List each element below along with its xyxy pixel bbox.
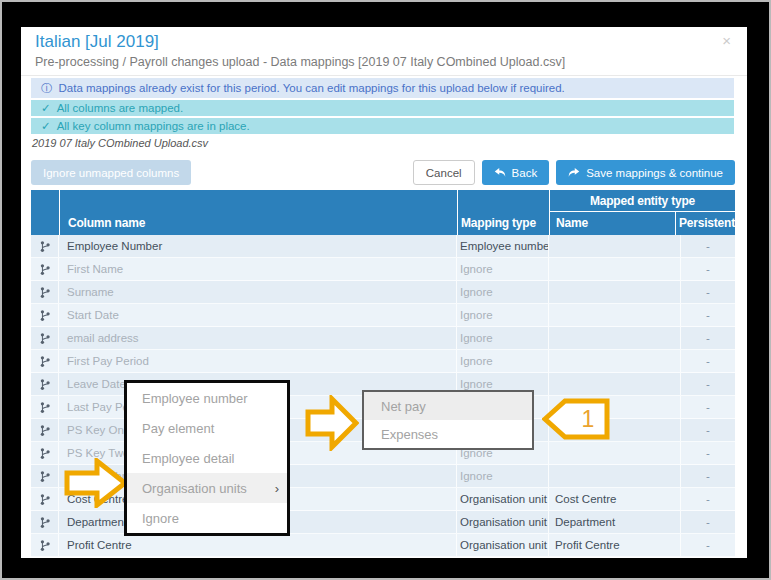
- persistent-cell: -: [681, 373, 735, 395]
- modal-subtitle: Pre-processing / Payroll changes upload …: [35, 55, 565, 69]
- row-icon-cell: [31, 235, 59, 257]
- mapping-type-cell[interactable]: Organisation unit: [457, 488, 549, 510]
- row-icon-cell: [31, 373, 59, 395]
- column-name-cell: Surname: [59, 281, 457, 303]
- branch-mapping-icon: [39, 493, 51, 506]
- submenu-item-label: Expenses: [381, 427, 438, 442]
- mapping-type-dropdown-menu: Employee number › Pay element › Employee…: [124, 380, 290, 536]
- row-icon-cell: [31, 442, 59, 464]
- save-button-label: Save mappings & continue: [586, 167, 723, 179]
- mapping-type-cell[interactable]: Ignore: [457, 327, 549, 349]
- menu-item-label: Pay element: [142, 421, 214, 436]
- mapping-type-cell[interactable]: Ignore: [457, 350, 549, 372]
- mapping-type-cell[interactable]: Ignore: [457, 281, 549, 303]
- persistent-cell: -: [681, 327, 735, 349]
- action-bar: Ignore unmapped columns Cancel Back Save…: [31, 160, 735, 185]
- modal-title: Italian [Jul 2019]: [35, 32, 159, 52]
- table-row[interactable]: Profit Centre Organisation unit Profit C…: [31, 534, 735, 557]
- row-icon-cell: [31, 396, 59, 418]
- mapped-name-cell: [549, 258, 681, 280]
- ignore-unmapped-columns-button[interactable]: Ignore unmapped columns: [31, 160, 191, 185]
- table-row[interactable]: Surname Ignore -: [31, 281, 735, 304]
- mapped-name-cell: Department: [549, 511, 681, 533]
- branch-mapping-icon: [39, 424, 51, 437]
- persistent-header: Persistent: [675, 212, 735, 235]
- persistent-cell: -: [681, 419, 735, 441]
- organisation-units-submenu: Net pay Expenses: [362, 390, 534, 450]
- success-banner-text: All key column mappings are in place.: [57, 120, 250, 132]
- mapping-type-cell[interactable]: Ignore: [457, 304, 549, 326]
- row-icon-cell: [31, 258, 59, 280]
- branch-mapping-icon: [39, 447, 51, 460]
- branch-mapping-icon: [39, 309, 51, 322]
- table-row[interactable]: Employee Number Employee number -: [31, 235, 735, 258]
- annotation-arrow-to-submenu: [305, 395, 359, 455]
- info-banner-text: Data mappings already exist for this per…: [59, 82, 565, 94]
- menu-item-label: Employee detail: [142, 451, 235, 466]
- menu-item-label: Organisation units: [142, 481, 247, 496]
- branch-mapping-icon: [39, 401, 51, 414]
- submenu-item[interactable]: Net pay: [364, 392, 532, 420]
- header-divider: [21, 75, 747, 76]
- submenu-item[interactable]: Expenses: [364, 420, 532, 448]
- mapped-name-cell: [549, 373, 681, 395]
- persistent-cell: -: [681, 511, 735, 533]
- chevron-right-icon: ›: [275, 481, 279, 496]
- mapped-name-cell: [549, 235, 681, 257]
- success-banner: ✓ All columns are mapped.: [31, 100, 734, 116]
- success-banner: ✓ All key column mappings are in place.: [31, 118, 734, 134]
- save-mappings-continue-button[interactable]: Save mappings & continue: [556, 160, 735, 185]
- mapped-entity-type-group: Mapped entity type Name Persistent: [549, 190, 735, 235]
- mapped-name-cell: [549, 465, 681, 487]
- right-action-buttons: Cancel Back Save mappings & continue: [413, 160, 735, 185]
- name-header: Name: [550, 212, 675, 235]
- menu-item[interactable]: Pay element ›: [127, 413, 287, 443]
- back-button-label: Back: [512, 167, 538, 179]
- table-row[interactable]: email address Ignore -: [31, 327, 735, 350]
- cancel-button[interactable]: Cancel: [413, 160, 475, 185]
- column-name-cell: First Pay Period: [59, 350, 457, 372]
- branch-mapping-icon: [39, 332, 51, 345]
- column-name-cell: First Name: [59, 258, 457, 280]
- back-button[interactable]: Back: [482, 160, 550, 185]
- mapped-name-cell: Cost Centre: [549, 488, 681, 510]
- table-row[interactable]: First Name Ignore -: [31, 258, 735, 281]
- column-name-cell: Start Date: [59, 304, 457, 326]
- column-name-cell: Employee Number: [59, 235, 457, 257]
- branch-mapping-icon: [39, 240, 51, 253]
- menu-item[interactable]: Organisation units ›: [127, 473, 287, 503]
- column-name-header: Column name: [59, 190, 457, 235]
- row-icon-cell: [31, 327, 59, 349]
- success-banner-text: All columns are mapped.: [57, 102, 184, 114]
- menu-item[interactable]: Ignore ›: [127, 503, 287, 533]
- row-icon-cell: [31, 281, 59, 303]
- table-header: Column name Mapping type Mapped entity t…: [31, 190, 735, 235]
- annotation-arrow-left: [64, 458, 128, 512]
- check-icon: ✓: [41, 119, 51, 133]
- mapping-type-cell[interactable]: Ignore: [457, 465, 549, 487]
- persistent-cell: -: [681, 235, 735, 257]
- column-name-cell: email address: [59, 327, 457, 349]
- mapping-type-cell[interactable]: Ignore: [457, 258, 549, 280]
- menu-item[interactable]: Employee number ›: [127, 383, 287, 413]
- table-row[interactable]: Start Date Ignore -: [31, 304, 735, 327]
- icon-column-header: [31, 190, 59, 235]
- menu-item[interactable]: Employee detail ›: [127, 443, 287, 473]
- annotation-callout-1: 1: [542, 398, 610, 444]
- callout-number: 1: [566, 398, 610, 440]
- mapping-type-cell[interactable]: Employee number: [457, 235, 549, 257]
- submenu-item-label: Net pay: [381, 399, 426, 414]
- row-icon-cell: [31, 488, 59, 510]
- check-icon: ✓: [41, 101, 51, 115]
- mapping-type-cell[interactable]: Organisation unit: [457, 534, 549, 556]
- mapped-name-cell: [549, 350, 681, 372]
- back-arrow-icon: [494, 167, 506, 178]
- mapped-entity-type-header: Mapped entity type: [550, 190, 735, 212]
- branch-mapping-icon: [39, 516, 51, 529]
- row-icon-cell: [31, 350, 59, 372]
- branch-mapping-icon: [39, 263, 51, 276]
- table-row[interactable]: First Pay Period Ignore -: [31, 350, 735, 373]
- mapped-name-cell: [549, 281, 681, 303]
- close-icon[interactable]: ×: [722, 32, 731, 49]
- mapping-type-cell[interactable]: Organisation unit: [457, 511, 549, 533]
